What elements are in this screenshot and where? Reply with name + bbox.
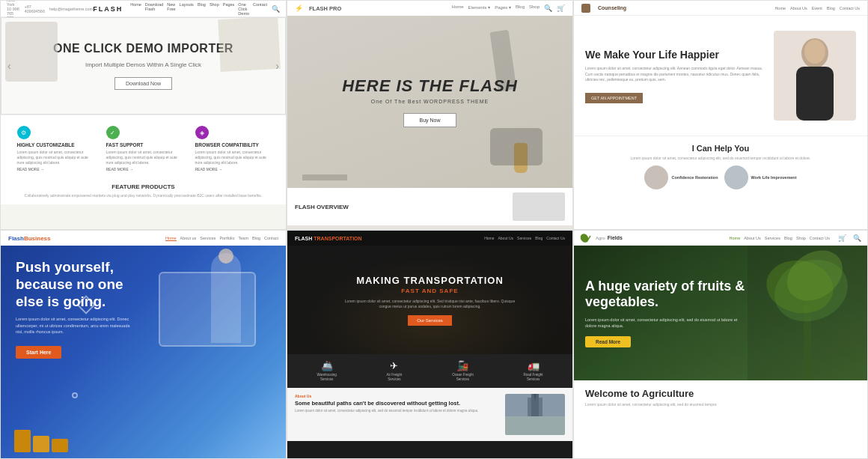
cell6-nav-links: Home About Us Services Blog Shop Contact… [730,236,830,240]
cell3-card1-label: Confidence Restoration [671,175,718,180]
cell6-logo-icon [580,233,593,243]
cell5-about: About Us Some beautiful paths can't be d… [287,388,572,441]
cell5-services: 🚢 WarehousingServices ✈ Air FreightServi… [287,354,572,388]
cell1-feature-1: ⚙ HIGHLY CUSTOMIZABLE Lorem ipsum dolor … [17,126,92,171]
cell2-hero-subtitle: One Of The Best WORDPRESS THEME [371,99,489,104]
svg-rect-1 [796,67,834,121]
cell2-nav-links: Home Elements ▾ Pages ▾ Blog Shop 🔍 🛒 [452,4,565,12]
cell6-navbar: Agro Fields Home About Us Services Blog … [574,231,867,246]
cell6-welcome-title: Welcome to Agriculture [585,388,856,399]
cell1-feature2-icon: ✓ [106,126,120,139]
cell6-hero: A huge variety of fruits & vegetables. L… [574,246,867,380]
cell1-features: ⚙ HIGHLY CUSTOMIZABLE Lorem ipsum dolor … [1,115,286,177]
cell3-person-svg [781,31,849,121]
cell1-navbar: New York 10 998 765 332 +87 409694566 he… [1,1,286,17]
cell3-hero-body: Lorem ipsum dolor sit amet, consectetur … [585,66,766,83]
cell1-arrow-left[interactable]: ‹ [7,60,11,72]
cell1-feature3-link[interactable]: READ MORE → [195,167,270,171]
cell-agrofields: Agro Fields Home About Us Services Blog … [573,230,868,459]
cell4-navbar: FlashBusiness Home About us Services Por… [1,231,286,246]
cell5-about-tag: About Us [295,394,499,398]
cell1-deco-left [5,22,58,82]
cell3-nav-logo: Counseling [598,5,626,10]
cell3-navbar: Counseling Home About Us Event Blog Cont… [574,1,867,16]
cell2-buy-button[interactable]: Buy Now [403,113,456,127]
cell4-nav-logo: FlashBusiness [8,235,50,242]
cell6-nav-logo: Agro Fields [580,233,623,243]
cell5-service4-label: Road FreightServices [524,373,543,382]
cell3-hero-image [774,31,856,121]
cell1-feature-2: ✓ FAST SUPPORT Lorem ipsum dolor sit ame… [106,126,181,171]
cell6-cart-icon[interactable]: 🛒 [838,234,846,242]
cell1-arrow-right[interactable]: › [275,60,279,72]
cell3-appointment-button[interactable]: GET AN APPOINTMENT [585,93,643,103]
cell2-deco-book [302,174,347,180]
cell5-service2-icon: ✈ [387,360,403,371]
cell6-hero-body: Lorem ipsum dolor sit amet, consectetur … [585,317,742,329]
cell5-hero: MAKING TRANSPORTATION FAST AND SAFE Lore… [287,246,572,354]
cell1-feature-3: ◈ BROWSER COMPATIBILITY Lorem ipsum dolo… [195,126,270,171]
cell5-service-4: 🚛 Road FreightServices [524,360,543,382]
cell4-box1 [14,430,31,452]
cell2-overview: FLASH OVERVIEW [287,188,572,225]
cell4-start-button[interactable]: Start Here [16,346,61,359]
cell-flash-transportation: FLASH TRANSPORTATION Home About Us Servi… [287,230,573,459]
cell5-service3-icon: 🚂 [452,360,474,371]
cell5-navbar: FLASH TRANSPORTATION Home About Us Servi… [287,231,572,246]
cell2-overview-title: FLASH OVERVIEW [295,204,349,210]
cell-flash-pro: ⚡ FLASH PRO Home Elements ▾ Pages ▾ Blog… [287,0,573,230]
cell1-feature3-text: Lorem ipsum dolor sit amet, consectetur … [195,150,270,165]
cell3-card1-img [644,165,668,189]
cell5-service-2: ✈ Air FreightServices [387,360,403,382]
cell5-about-body: Lorem ipsum dolor sit amet, consectetur … [295,409,499,413]
cell1-download-button[interactable]: Download Now [114,77,172,90]
cell1-nav-links: Home Download Flash New Free Layouts Blo… [130,2,267,16]
cell5-hero-title: MAKING TRANSPORTATION [356,275,504,286]
cell2-overview-thumb [513,192,565,221]
cell1-feature1-link[interactable]: READ MORE → [17,167,92,171]
cell-flash-demo: New York 10 998 765 332 +87 409694566 he… [0,0,287,230]
cell5-service3-label: Ocean FreightServices [452,373,474,382]
cell1-feature2-link[interactable]: READ MORE → [106,167,181,171]
cell3-hero: We Make Your Life Happier Lorem ipsum do… [574,16,867,136]
cell4-deco-circle [72,392,78,398]
cell3-help-card-2: Work Life Improvement [724,165,797,189]
cell5-services-button[interactable]: Our Services [408,315,452,326]
cell1-feature1-text: Lorem ipsum dolor sit amet, consectetur … [17,150,92,165]
cell3-logo-icon [581,4,590,13]
cell5-service-3: 🚂 Ocean FreightServices [452,360,474,382]
cell4-hero: Push yourself, because no one else is go… [1,246,286,366]
cell1-feature1-title: HIGHLY CUSTOMIZABLE [17,142,92,148]
cell6-welcome: Welcome to Agriculture Lorem ipsum dolor… [574,380,867,415]
cell4-hero-title: Push yourself, because no one else is go… [16,259,135,310]
cell3-help-cards: Confidence Restoration Work Life Improve… [585,165,856,189]
svg-point-2 [804,40,825,64]
cell5-about-image [505,394,565,435]
cell5-hero-subtitle: FAST AND SAFE [401,288,458,294]
cell3-hero-text: We Make Your Life Happier Lorem ipsum do… [585,48,766,103]
cell1-feature3-icon: ◈ [195,126,209,139]
cell2-hero-title: HERE IS THE FLASH [342,76,518,96]
cell5-service1-icon: 🚢 [317,360,336,371]
cell1-search-icon[interactable]: 🔍 [272,5,280,13]
cell-flash-business: FlashBusiness Home About us Services Por… [0,230,287,459]
cell3-card2-img [724,165,748,189]
cell6-readmore-button[interactable]: Read More [585,336,631,347]
cell6-search-icon[interactable]: 🔍 [853,234,861,242]
cell6-welcome-body: Lorem ipsum dolor sit amet, consectetur … [585,402,856,407]
cell6-hero-title: A huge variety of fruits & vegetables. [585,279,750,311]
svg-rect-7 [505,416,565,435]
cell1-products: FEATURE PRODUCTS Collaboratively adminis… [1,177,286,204]
cell2-hero: HERE IS THE FLASH One Of The Best WORDPR… [287,16,572,188]
cell1-deco-right [218,17,281,72]
cell5-hero-body: Lorem ipsum dolor sit amet, consectetur … [340,299,520,309]
cell1-hero: ‹ ONE CLICK DEMO IMPORTER Import Multipl… [1,17,286,115]
cell5-nav-links: Home About Us Services Blog Contact Us [484,236,565,240]
cell4-hero-body: Lorem ipsum dolor sit amet, consectetur … [16,316,132,335]
cell4-box2 [33,436,49,452]
cell3-help-subtitle: Lorem ipsum dolor sit amet, consectetur … [585,156,856,161]
cell1-hero-title: ONE CLICK DEMO IMPORTER [53,42,233,55]
cell5-service-1: 🚢 WarehousingServices [317,360,336,382]
cell4-box3 [52,439,68,452]
cell2-nav-logo: FLASH PRO [309,5,341,12]
